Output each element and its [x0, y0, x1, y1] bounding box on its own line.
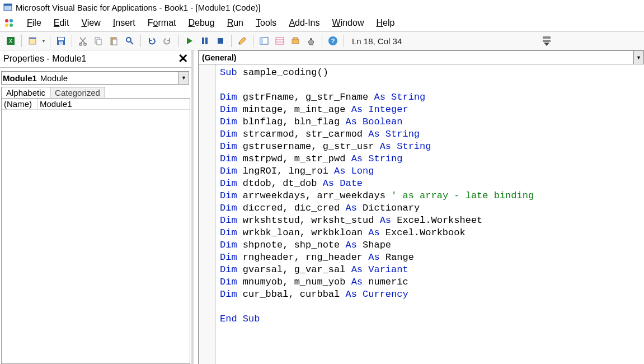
svg-rect-23 [218, 38, 223, 44]
redo-button[interactable] [160, 34, 175, 48]
object-type: Module [40, 73, 68, 83]
find-button[interactable] [123, 34, 137, 48]
chevron-down-icon[interactable]: ▼ [178, 72, 189, 84]
svg-point-4 [5, 24, 8, 27]
code-header: (General) ▼ [199, 51, 644, 64]
menu-addins[interactable]: Add-Ins [283, 17, 325, 29]
tab-categorized[interactable]: Categorized [50, 87, 105, 98]
svg-rect-30 [293, 38, 298, 40]
svg-point-19 [126, 38, 131, 42]
svg-rect-25 [260, 38, 263, 44]
menu-window[interactable]: Window [327, 17, 370, 29]
svg-text:?: ? [331, 38, 335, 44]
property-row[interactable]: (Name) Module1 [2, 99, 190, 110]
run-button[interactable] [182, 34, 196, 48]
menu-run[interactable]: Run [222, 17, 249, 29]
view-excel-button[interactable]: X [3, 34, 18, 48]
code-panel: (General) ▼ Sub sample_coding() Dim gstr… [198, 50, 644, 364]
svg-point-13 [79, 43, 82, 45]
properties-tabs: Alphabetic Categorized [0, 87, 191, 98]
menu-view[interactable]: View [76, 17, 106, 29]
design-mode-button[interactable] [235, 34, 250, 48]
cursor-position: Ln 18, Col 34 [352, 36, 402, 46]
svg-rect-1 [4, 4, 12, 6]
chevron-down-icon[interactable]: ▼ [633, 51, 643, 64]
copy-button[interactable] [91, 34, 106, 48]
menu-tools[interactable]: Tools [250, 17, 282, 29]
vba-tool-icon [3, 17, 15, 29]
svg-point-2 [5, 19, 8, 22]
project-explorer-button[interactable] [257, 34, 271, 48]
vba-app-icon [3, 3, 12, 12]
menu-help[interactable]: Help [370, 17, 400, 29]
property-value[interactable]: Module1 [37, 99, 74, 109]
menu-file[interactable]: File [21, 17, 47, 29]
svg-line-20 [130, 41, 133, 44]
menubar: File Edit View Insert Format Debug Run T… [0, 15, 644, 31]
paste-button[interactable] [107, 34, 121, 48]
properties-grid: (Name) Module1 [1, 98, 190, 364]
object-selector[interactable]: Module1 Module ▼ [1, 71, 189, 85]
svg-rect-12 [59, 41, 63, 45]
insert-module-button[interactable] [25, 34, 40, 48]
svg-rect-16 [97, 39, 101, 45]
insert-dropdown[interactable]: ▼ [41, 34, 46, 48]
svg-rect-26 [276, 38, 284, 44]
property-key: (Name) [2, 99, 37, 109]
svg-point-31 [310, 38, 312, 40]
menu-debug[interactable]: Debug [183, 17, 220, 29]
svg-text:X: X [9, 38, 13, 44]
toolbar-overflow[interactable] [542, 36, 551, 46]
svg-rect-21 [202, 38, 204, 44]
toolbar: X ▼ ? Ln 18, Col 34 [0, 31, 644, 50]
object-browser-button[interactable] [288, 34, 303, 48]
svg-rect-9 [29, 38, 36, 39]
code-body: Sub sample_coding() Dim gstrFname, g_str… [199, 64, 644, 364]
close-icon[interactable]: ✕ [176, 52, 190, 66]
break-button[interactable] [198, 34, 212, 48]
code-editor[interactable]: Sub sample_coding() Dim gstrFname, g_str… [215, 64, 538, 364]
code-gutter [199, 64, 215, 364]
cut-button[interactable] [76, 34, 90, 48]
titlebar: Microsoft Visual Basic for Applications … [0, 0, 644, 15]
toolbox-button[interactable] [304, 34, 318, 48]
object-combo[interactable]: (General) ▼ [199, 51, 644, 64]
properties-panel: Properties - Module1 ✕ Module1 Module ▼ … [0, 50, 194, 364]
svg-rect-22 [205, 38, 208, 44]
save-button[interactable] [54, 34, 68, 48]
help-button[interactable]: ? [326, 34, 340, 48]
properties-window-button[interactable] [272, 34, 287, 48]
menu-insert[interactable]: Insert [107, 17, 141, 29]
object-combo-value: (General) [202, 53, 236, 62]
properties-title: Properties - Module1 [3, 54, 87, 64]
object-name: Module1 [3, 73, 37, 83]
reset-button[interactable] [213, 34, 228, 48]
svg-point-3 [10, 19, 13, 22]
main-area: Properties - Module1 ✕ Module1 Module ▼ … [0, 50, 644, 364]
svg-point-5 [10, 24, 13, 27]
window-title: Microsoft Visual Basic for Applications … [16, 3, 260, 12]
menu-edit[interactable]: Edit [48, 17, 75, 29]
menu-format[interactable]: Format [142, 17, 182, 29]
tab-alphabetic[interactable]: Alphabetic [1, 87, 50, 98]
properties-header: Properties - Module1 ✕ [0, 50, 191, 68]
svg-point-14 [84, 43, 86, 45]
undo-button[interactable] [144, 34, 159, 48]
svg-rect-18 [112, 39, 117, 45]
svg-rect-11 [58, 38, 64, 40]
